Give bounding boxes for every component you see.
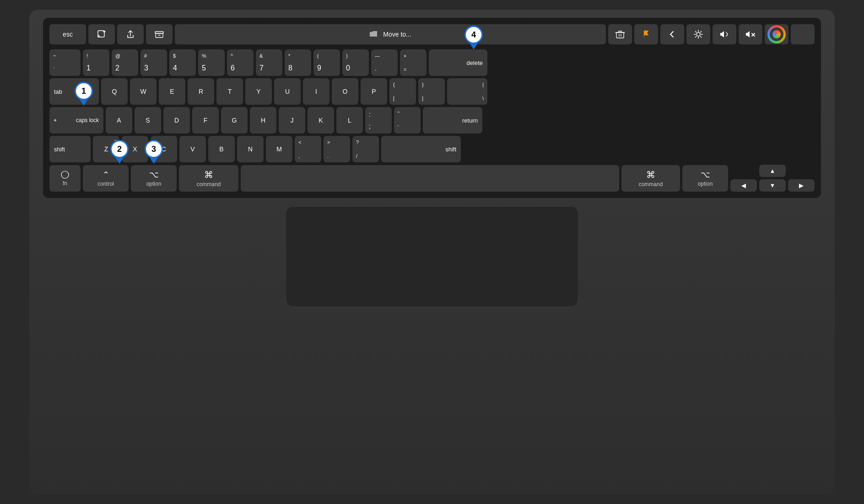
trackpad[interactable] [286, 206, 578, 307]
svg-point-5 [697, 32, 700, 36]
zxcv-row: shift Z 7 X C V B N M < , > . ? [49, 136, 815, 162]
key-4[interactable]: $ 4 [169, 49, 196, 76]
key-arrow-right[interactable]: ▶ [788, 179, 815, 192]
key-c[interactable]: C [151, 136, 177, 162]
key-j[interactable]: J [279, 107, 305, 134]
tb-flag-icon[interactable] [634, 24, 658, 44]
key-delete[interactable]: delete 4 [429, 49, 487, 76]
key-t[interactable]: T [216, 78, 243, 105]
key-w[interactable]: W [130, 78, 157, 105]
key-shift-right[interactable]: shift [381, 136, 461, 162]
key-o[interactable]: O [332, 78, 358, 105]
key-quote[interactable]: " ' [394, 107, 421, 134]
key-equals[interactable]: + = [400, 49, 427, 76]
key-6[interactable]: ^ 6 [227, 49, 254, 76]
tb-compose-icon[interactable] [88, 24, 115, 44]
touch-bar: esc [49, 24, 815, 44]
key-tab[interactable]: tab [49, 78, 99, 105]
key-fn[interactable]: fn [49, 165, 81, 192]
svg-rect-2 [616, 32, 624, 38]
tb-back-icon[interactable] [660, 24, 684, 44]
tb-share-icon[interactable] [117, 24, 144, 44]
key-0[interactable]: ) 0 [342, 49, 369, 76]
key-8[interactable]: * 8 [285, 49, 311, 76]
modifier-row: fn ⌃ control 2 ⌥ option 3 [49, 165, 815, 192]
key-k[interactable]: K [308, 107, 334, 134]
key-rbracket[interactable]: } ] [418, 78, 445, 105]
asdf-row: caps lock 1 A S D F G H J K L : ; [49, 107, 815, 134]
key-9[interactable]: ( 9 [313, 49, 340, 76]
key-d[interactable]: D [163, 107, 190, 134]
key-option-left[interactable]: ⌥ option 3 [131, 165, 177, 192]
key-backslash[interactable]: | \ [447, 78, 487, 105]
key-1[interactable]: ! 1 [83, 49, 109, 76]
key-v[interactable]: V [179, 136, 206, 162]
key-b[interactable]: B [208, 136, 235, 162]
key-arrow-up[interactable]: ▲ [759, 165, 786, 177]
key-space[interactable] [241, 165, 619, 192]
key-x[interactable]: X [122, 136, 148, 162]
svg-point-16 [61, 171, 69, 178]
svg-line-10 [696, 32, 697, 32]
esc-key[interactable]: esc [49, 24, 86, 44]
tb-brightness-icon[interactable] [686, 24, 710, 44]
key-command-right[interactable]: ⌘ command [621, 165, 680, 192]
svg-line-11 [700, 36, 701, 37]
key-backtick[interactable]: ~ ` [49, 49, 81, 76]
key-return[interactable]: return [423, 107, 482, 134]
key-comma[interactable]: < , [295, 136, 321, 162]
key-3[interactable]: # 3 [140, 49, 167, 76]
key-command-left[interactable]: ⌘ command [179, 165, 238, 192]
key-q[interactable]: Q [101, 78, 128, 105]
arrow-lr-row: ◀ ▼ ▶ [730, 179, 815, 192]
key-period[interactable]: > . [324, 136, 350, 162]
tb-archive-icon[interactable] [146, 24, 173, 44]
key-semicolon[interactable]: : ; [365, 107, 392, 134]
key-r[interactable]: R [188, 78, 214, 105]
key-2[interactable]: @ 2 [112, 49, 138, 76]
key-y[interactable]: Y [245, 78, 272, 105]
key-s[interactable]: S [135, 107, 161, 134]
key-z[interactable]: Z 7 [93, 136, 119, 162]
key-i[interactable]: I [303, 78, 329, 105]
key-g[interactable]: G [221, 107, 248, 134]
key-a[interactable]: A [106, 107, 132, 134]
tb-siri-button[interactable] [765, 24, 788, 44]
tb-volume-icon[interactable] [713, 24, 736, 44]
key-f[interactable]: F [192, 107, 219, 134]
key-slash[interactable]: ? / [352, 136, 379, 162]
key-e[interactable]: E [159, 78, 185, 105]
key-p[interactable]: P [361, 78, 387, 105]
key-u[interactable]: U [274, 78, 301, 105]
key-arrow-left[interactable]: ◀ [730, 179, 757, 192]
tb-mute-icon[interactable] [739, 24, 762, 44]
key-lbracket[interactable]: { [ [389, 78, 416, 105]
key-h[interactable]: H [250, 107, 276, 134]
number-row: ~ ` ! 1 @ 2 # 3 $ 4 [49, 49, 815, 76]
key-option-right[interactable]: ⌥ option [682, 165, 728, 192]
key-control[interactable]: ⌃ control 2 [83, 165, 129, 192]
laptop-body: esc [29, 10, 835, 494]
tb-end-key[interactable] [791, 24, 815, 44]
key-arrow-down[interactable]: ▼ [759, 179, 786, 192]
key-n[interactable]: N [237, 136, 264, 162]
svg-line-12 [700, 32, 701, 32]
key-l[interactable]: L [336, 107, 363, 134]
svg-line-13 [696, 36, 697, 37]
key-5[interactable]: % 5 [198, 49, 225, 76]
tb-trash-icon[interactable] [608, 24, 632, 44]
key-minus[interactable]: — - [371, 49, 398, 76]
qwerty-row: tab Q W E R T Y U I O P { [ } ] | \ [49, 78, 815, 105]
arrow-cluster: ▲ ◀ ▼ ▶ [730, 165, 815, 192]
keyboard-area: esc [43, 18, 821, 198]
key-m[interactable]: M [266, 136, 292, 162]
key-shift-left[interactable]: shift [49, 136, 91, 162]
tb-moveto-button[interactable]: Move to... [175, 24, 606, 44]
key-caps-lock[interactable]: caps lock 1 [49, 107, 103, 134]
key-7[interactable]: & 7 [256, 49, 282, 76]
